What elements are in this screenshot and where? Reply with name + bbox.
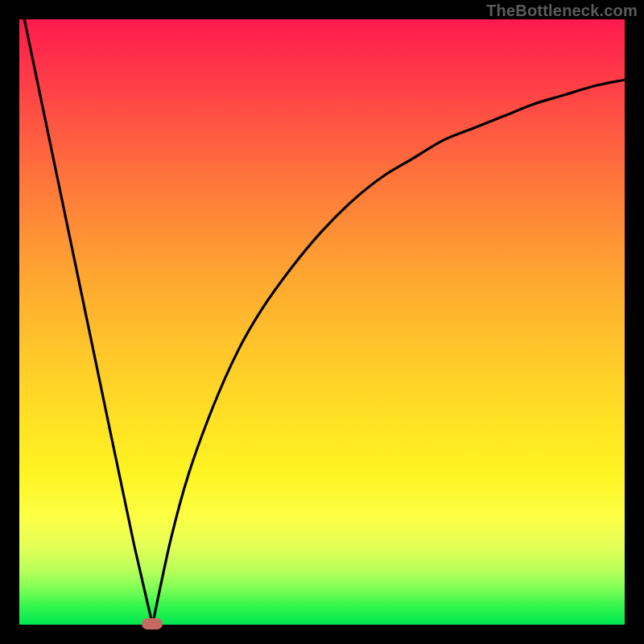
plot-area <box>19 19 625 625</box>
curve-path <box>19 19 625 625</box>
bottleneck-curve <box>19 19 625 625</box>
attribution-text: TheBottleneck.com <box>486 2 638 20</box>
optimum-marker <box>142 618 163 630</box>
chart-frame: TheBottleneck.com <box>0 0 644 644</box>
